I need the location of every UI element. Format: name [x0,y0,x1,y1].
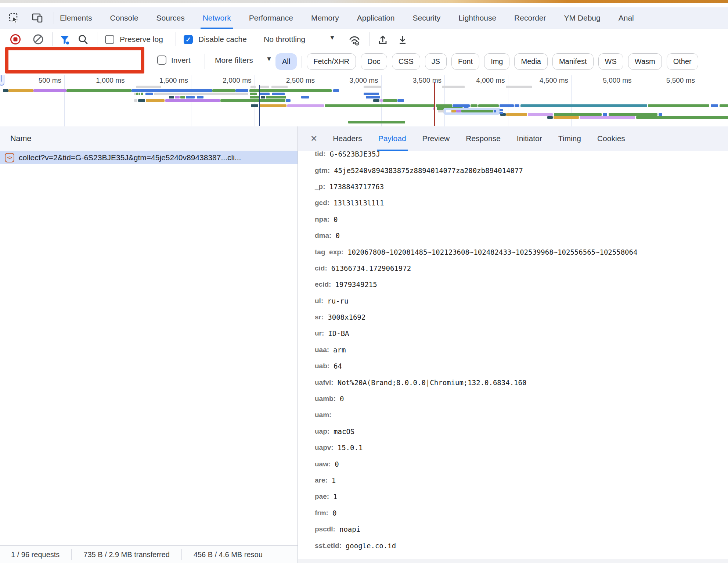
device-toolbar-icon[interactable] [31,11,44,25]
waterfall-segment [603,113,607,116]
detail-tab-headers[interactable]: Headers [333,126,362,151]
close-detail-icon[interactable]: ✕ [310,134,317,144]
detail-tab-timing[interactable]: Timing [558,126,581,151]
more-filters-button[interactable]: More filters [215,56,253,65]
tab-memory[interactable]: Memory [311,7,339,29]
payload-row: uaw:0 [315,456,728,472]
status-item: 1 / 96 requests [0,549,71,560]
chip-other[interactable]: Other [667,53,698,70]
search-icon[interactable] [77,34,89,46]
payload-value: 1979349215 [335,280,377,288]
detail-scroll-strip[interactable] [298,559,728,563]
tab-console[interactable]: Console [110,7,138,29]
selected-request-segment[interactable] [494,110,496,112]
timeline-tick-label: 4,500 ms [513,76,568,85]
waterfall-segment [500,109,503,111]
load-event-marker [434,82,435,126]
waterfall-segment [301,96,309,98]
chip-doc[interactable]: Doc [361,53,387,70]
detail-tab-preview[interactable]: Preview [422,126,450,151]
waterfall-segment [580,116,635,119]
chip-manifest[interactable]: Manifest [552,53,594,70]
tab-recorder[interactable]: Recorder [514,7,546,29]
selected-request-segment[interactable] [451,110,456,112]
overview-drag-handle[interactable] [0,75,4,86]
waterfall-segment [711,104,718,107]
timeline-gridline [128,75,128,126]
request-row[interactable]: <>collect?v=2&tid=G-6S23BJE35J&gtm=45je5… [0,151,298,164]
chip-media[interactable]: Media [514,53,547,70]
payload-key: uafvl: [315,379,334,387]
waterfall-segment [348,121,405,123]
detail-tab-response[interactable]: Response [466,126,501,151]
chip-ws[interactable]: WS [598,53,623,70]
tab-anal[interactable]: Anal [619,7,634,29]
payload-row: uam: [315,407,728,423]
throttling-dropdown-arrow[interactable]: ▼ [329,34,335,42]
payload-key: uam: [315,411,331,419]
waterfall-segment [261,96,265,98]
more-filters-arrow[interactable]: ▼ [266,55,272,63]
waterfall-segment [659,113,662,116]
tab-elements[interactable]: Elements [60,7,92,29]
chip-all[interactable]: All [275,53,297,70]
payload-key: dma: [315,232,331,240]
network-overview-timeline[interactable]: 500 ms1,000 ms1,500 ms2,000 ms2,500 ms3,… [0,75,728,127]
filter-toggle-icon[interactable] [59,34,71,46]
payload-value: 1 [333,492,337,501]
tab-sources[interactable]: Sources [156,7,185,29]
payload-row: are:1 [315,472,728,488]
name-column-header[interactable]: Name [10,134,31,143]
detail-tab-payload[interactable]: Payload [378,126,406,151]
chip-fetch-xhr[interactable]: Fetch/XHR [307,53,356,70]
import-har-icon[interactable] [377,34,389,46]
waterfall-segment [259,93,270,95]
invert-checkbox[interactable] [157,55,166,65]
clear-network-log-icon[interactable] [32,33,44,45]
payload-key: pscdl: [315,525,335,533]
tab-ym-debug[interactable]: YM Debug [564,7,600,29]
preserve-log-label[interactable]: Preserve log [120,35,163,44]
disable-cache-label[interactable]: Disable cache [198,35,247,44]
waterfall-segment [528,113,553,116]
waterfall-segment [397,99,404,102]
selected-request-segment[interactable] [446,110,451,112]
selected-request-segment[interactable] [456,110,461,112]
chip-img[interactable]: Img [484,53,509,70]
payload-value: 0 [334,215,338,223]
network-conditions-icon[interactable] [347,33,361,46]
request-list-header[interactable]: Name [0,126,298,151]
tab-performance[interactable]: Performance [249,7,293,29]
disable-cache-checkbox[interactable]: ✓ [184,35,193,44]
waterfall-segment [251,104,258,107]
tab-lighthouse[interactable]: Lighthouse [458,7,496,29]
record-network-log-icon[interactable] [10,33,21,45]
payload-value: ID-BA [328,329,349,337]
payload-value: arm [333,346,346,354]
detail-tab-initiator[interactable]: Initiator [517,126,542,151]
waterfall-segment [373,99,380,102]
payload-value: 1738843717763 [329,183,384,191]
preserve-log-checkbox[interactable] [105,35,114,44]
throttling-select[interactable]: No throttling [264,35,305,44]
chip-font[interactable]: Font [451,53,479,70]
payload-key: are: [315,476,328,484]
tab-security[interactable]: Security [412,7,440,29]
inspect-element-icon[interactable] [7,11,21,25]
detail-tab-cookies[interactable]: Cookies [597,126,625,151]
selected-request-segment[interactable] [461,110,493,112]
detail-tabs: HeadersPayloadPreviewResponseInitiatorTi… [333,126,625,151]
payload-row: ul:ru-ru [315,293,728,309]
panel-divider[interactable] [298,126,298,563]
chip-css[interactable]: CSS [392,53,420,70]
waterfall-segment [136,86,161,88]
chip-wasm[interactable]: Wasm [628,53,662,70]
payload-key: uamb: [315,395,336,403]
tab-network[interactable]: Network [203,7,231,29]
invert-label[interactable]: Invert [171,56,191,65]
export-har-icon[interactable] [397,34,408,46]
chip-js[interactable]: JS [425,53,447,70]
waterfall-segment [250,96,259,98]
tab-application[interactable]: Application [357,7,395,29]
waterfall-segment [134,93,136,95]
